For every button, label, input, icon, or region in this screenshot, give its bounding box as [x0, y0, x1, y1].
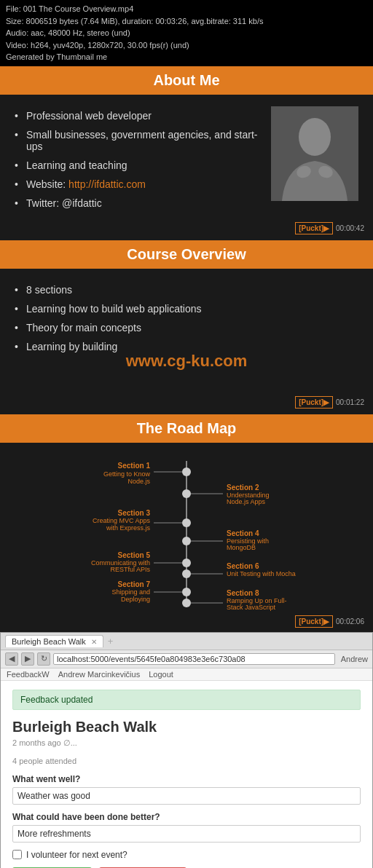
about-me-footer: [Puckt]▶ 00:00:42 — [295, 222, 364, 234]
browser-tab-close[interactable]: ✕ — [91, 638, 97, 646]
feedback-updated-bar: Feedback updated — [12, 690, 361, 710]
svg-text:Section 8: Section 8 — [227, 589, 259, 597]
page-title-browser: Burleigh Beach Walk — [12, 719, 361, 735]
svg-point-39 — [182, 599, 191, 607]
about-me-header: About Me — [0, 66, 373, 95]
road-map-header: The Road Map — [0, 414, 373, 443]
page-meta-line2: 4 people attended — [12, 757, 361, 765]
meta-file: File: 001 The Course Overview.mp4 — [6, 3, 367, 15]
svg-text:MongoDB: MongoDB — [227, 544, 256, 551]
slide-number-course: 00:01:22 — [336, 398, 364, 406]
svg-text:Section 1: Section 1 — [118, 462, 151, 470]
svg-text:Section 4: Section 4 — [227, 529, 259, 537]
input-better[interactable] — [12, 825, 361, 843]
packt-logo: [Puckt]▶ — [295, 222, 333, 234]
page-meta-line1: 2 months ago ∅... — [12, 738, 361, 748]
svg-text:Stack JavaScript: Stack JavaScript — [227, 604, 276, 611]
browser-new-tab-icon[interactable]: + — [108, 636, 114, 647]
checkbox-label: I volunteer for next event? — [26, 850, 127, 860]
road-map-svg: Section 1 Getting to Know Node.js Sectio… — [48, 450, 325, 618]
label-went-well: What went well? — [12, 774, 361, 784]
slide-number-roadmap: 00:02:06 — [336, 618, 364, 626]
bullet-twitter: Twitter: @ifdattic — [15, 194, 259, 213]
address-bar[interactable]: localhost:5000/events/5645fe0a804983e3e6… — [53, 653, 335, 665]
svg-text:Node.js Apps: Node.js Apps — [227, 498, 266, 505]
checkbox-row: I volunteer for next event? — [12, 850, 361, 860]
svg-point-34 — [182, 588, 191, 596]
person-photo-svg — [271, 106, 358, 201]
svg-text:with Express.js: with Express.js — [106, 524, 151, 532]
input-went-well[interactable] — [12, 787, 361, 805]
svg-text:Section 2: Section 2 — [227, 484, 259, 492]
nav-logout[interactable]: Logout — [149, 670, 173, 679]
svg-point-25 — [182, 559, 191, 567]
bullet-learning-teaching: Learning and teaching — [15, 156, 259, 175]
svg-point-10 — [182, 489, 191, 498]
bullet-sections: 8 sections — [15, 280, 358, 299]
svg-point-1 — [299, 118, 331, 156]
slide-number-about: 00:00:42 — [336, 224, 364, 232]
road-map-slide: Section 1 Getting to Know Node.js Sectio… — [0, 443, 373, 632]
nav-feedbackw[interactable]: FeedbackW — [7, 670, 50, 679]
bullet-learning-by: Learning by building — [15, 337, 358, 356]
browser-window: Burleigh Beach Walk ✕ + ◀ ▶ ↻ localhost:… — [0, 632, 373, 869]
label-better: What could have been done better? — [12, 812, 361, 822]
bullet-businesses: Small businesses, government agencies, a… — [15, 125, 259, 156]
bullet-website: Website: http://ifdattic.com — [15, 175, 259, 194]
svg-point-30 — [182, 569, 191, 578]
svg-text:Deploying: Deploying — [121, 596, 150, 603]
course-overview-header: Course Overview — [0, 240, 373, 269]
browser-titlebar: Burleigh Beach Walk ✕ + — [1, 633, 372, 650]
packt-logo-2: [Puckt]▶ — [295, 396, 333, 409]
packt-logo-3: [Puckt]▶ — [295, 615, 333, 628]
about-me-photo — [271, 106, 358, 201]
meta-size: Size: 8006519 bytes (7.64 MiB), duration… — [6, 15, 367, 28]
svg-text:Shipping and: Shipping and — [111, 588, 150, 596]
svg-text:Section 3: Section 3 — [118, 509, 151, 517]
about-me-text: Professional web developer Small busines… — [15, 106, 259, 213]
course-overview-section: Course Overview 8 sections Learning how … — [0, 240, 373, 414]
browser-controls: ◀ ▶ ↻ localhost:5000/events/5645fe0a8049… — [1, 650, 372, 668]
bullet-professional: Professional web developer — [15, 106, 259, 125]
svg-text:Section 6: Section 6 — [227, 562, 259, 570]
svg-text:Creating MVC Apps: Creating MVC Apps — [93, 517, 151, 524]
back-button[interactable]: ◀ — [5, 652, 18, 666]
refresh-button[interactable]: ↻ — [37, 652, 50, 666]
svg-text:Unit Testing with Mocha: Unit Testing with Mocha — [227, 570, 296, 577]
meta-audio: Audio: aac, 48000 Hz, stereo (und) — [6, 27, 367, 39]
browser-nav-bar: FeedbackW Andrew Marcinkevičius Logout — [1, 668, 372, 681]
svg-text:Getting to Know: Getting to Know — [103, 470, 151, 478]
road-map-footer: [Puckt]▶ 00:02:06 — [295, 615, 364, 628]
svg-text:Section 5: Section 5 — [118, 551, 151, 559]
bullet-build-web: Learning how to build web applications — [15, 299, 358, 318]
nav-user[interactable]: Andrew Marcinkevičius — [58, 670, 140, 679]
svg-text:RESTful APIs: RESTful APIs — [110, 566, 150, 573]
about-me-slide: Professional web developer Small busines… — [0, 95, 373, 240]
about-me-bullet-list: Professional web developer Small busines… — [15, 106, 259, 213]
svg-point-20 — [182, 537, 191, 545]
course-overview-slide: 8 sections Learning how to build web app… — [0, 269, 373, 414]
meta-bar: File: 001 The Course Overview.mp4 Size: … — [0, 0, 373, 66]
browser-user: Andrew — [341, 655, 368, 663]
svg-text:Section 7: Section 7 — [118, 580, 151, 588]
forward-button[interactable]: ▶ — [21, 652, 34, 666]
course-overview-bullet-list: 8 sections Learning how to build web app… — [15, 280, 358, 356]
meta-video: Video: h264, yuv420p, 1280x720, 30.00 fp… — [6, 39, 367, 52]
bullet-theory: Theory for main concepts — [15, 318, 358, 337]
browser-tab[interactable]: Burleigh Beach Walk ✕ — [5, 635, 103, 647]
course-overview-footer: [Puckt]▶ 00:01:22 — [295, 396, 364, 409]
browser-content: Feedback updated Burleigh Beach Walk 2 m… — [1, 681, 372, 869]
volunteer-checkbox[interactable] — [12, 850, 22, 859]
meta-generated: Generated by Thumbnail me — [6, 51, 367, 63]
svg-point-5 — [182, 467, 191, 476]
svg-text:Node.js: Node.js — [127, 478, 150, 485]
about-me-section: About Me Professional web developer Smal… — [0, 66, 373, 240]
road-map-section: The Road Map Section 1 Getting to Know N… — [0, 414, 373, 632]
website-link[interactable]: http://ifdattic.com — [68, 178, 146, 190]
svg-point-15 — [182, 518, 191, 527]
